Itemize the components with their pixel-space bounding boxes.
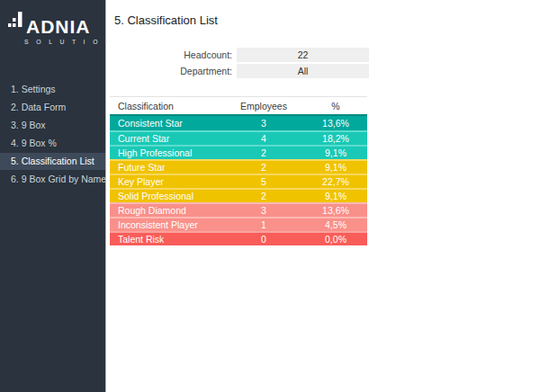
- column-header-classification: Classification: [110, 101, 223, 111]
- cell-employees: 4: [223, 133, 304, 144]
- cell-classification: Talent Risk: [110, 234, 223, 245]
- cell-classification: Future Star: [110, 162, 223, 173]
- sidebar-item-data-form[interactable]: 2. Data Form: [0, 99, 105, 116]
- brand-tagline: S O L U T I O N S: [24, 39, 100, 45]
- cell-employees: 2: [223, 162, 304, 173]
- column-header-employees: Employees: [223, 101, 304, 111]
- table-row: Future Star29,1%: [110, 159, 367, 174]
- cell-employees: 3: [223, 205, 304, 216]
- table-row: Key Player522,7%: [110, 174, 367, 188]
- cell-classification: Rough Diamond: [110, 205, 223, 216]
- table-row: High Professional29,1%: [110, 145, 367, 159]
- cell-percent: 9,1%: [304, 191, 367, 201]
- cell-employees: 3: [223, 118, 304, 129]
- table-body: Consistent Star313,6%Current Star418,2%H…: [110, 116, 367, 245]
- cell-percent: 9,1%: [304, 147, 367, 158]
- cell-percent: 13,6%: [304, 118, 367, 129]
- brand-logo: ADNIA S O L U T I O N S: [0, 0, 105, 45]
- cell-classification: Inconsistent Player: [110, 219, 223, 230]
- page-title: 5. Classification List: [114, 13, 218, 27]
- cell-percent: 18,2%: [304, 133, 367, 144]
- sidebar: ADNIA S O L U T I O N S 1. Settings2. Da…: [0, 0, 106, 392]
- sidebar-item-nine-box[interactable]: 3. 9 Box: [0, 117, 105, 134]
- cell-percent: 22,7%: [304, 176, 367, 187]
- department-label: Department:: [107, 64, 232, 78]
- main-content: 5. Classification List Headcount: 22 Dep…: [107, 0, 540, 392]
- table-row: Solid Professional29,1%: [110, 188, 367, 202]
- table-row: Current Star418,2%: [110, 130, 367, 145]
- sidebar-item-nine-box-grid-by-name[interactable]: 6. 9 Box Grid by Name: [0, 171, 105, 188]
- headcount-value: 22: [237, 48, 369, 62]
- cell-employees: 0: [223, 234, 304, 245]
- sidebar-item-settings[interactable]: 1. Settings: [0, 81, 105, 98]
- sidebar-menu: 1. Settings2. Data Form3. 9 Box4. 9 Box …: [0, 81, 105, 189]
- table-row: Rough Diamond313,6%: [110, 202, 367, 217]
- sidebar-item-nine-box-pct[interactable]: 4. 9 Box %: [0, 135, 105, 152]
- cell-employees: 1: [223, 219, 304, 230]
- cell-percent: 13,6%: [304, 205, 367, 216]
- cell-employees: 2: [223, 147, 304, 158]
- table-row: Talent Risk00,0%: [110, 231, 367, 245]
- cell-classification: Key Player: [110, 176, 223, 187]
- sidebar-item-classification-list[interactable]: 5. Classification List: [0, 153, 105, 170]
- cell-percent: 0,0%: [304, 234, 367, 245]
- cell-classification: High Professional: [110, 147, 223, 158]
- brand-name: ADNIA: [26, 18, 91, 35]
- table-row: Consistent Star313,6%: [110, 116, 367, 130]
- cell-employees: 5: [223, 176, 304, 187]
- cell-percent: 9,1%: [304, 162, 367, 173]
- bar-chart-icon: [8, 12, 22, 34]
- classification-table: Classification Employees % Consistent St…: [110, 96, 367, 245]
- cell-classification: Consistent Star: [110, 118, 223, 129]
- table-header-row: Classification Employees %: [110, 96, 367, 116]
- cell-employees: 2: [223, 191, 304, 201]
- cell-classification: Current Star: [110, 133, 223, 144]
- headcount-label: Headcount:: [107, 48, 232, 62]
- column-header-percent: %: [304, 101, 367, 111]
- table-row: Inconsistent Player14,5%: [110, 217, 367, 231]
- department-filter[interactable]: All: [237, 64, 369, 78]
- cell-classification: Solid Professional: [110, 191, 223, 201]
- cell-percent: 4,5%: [304, 219, 367, 230]
